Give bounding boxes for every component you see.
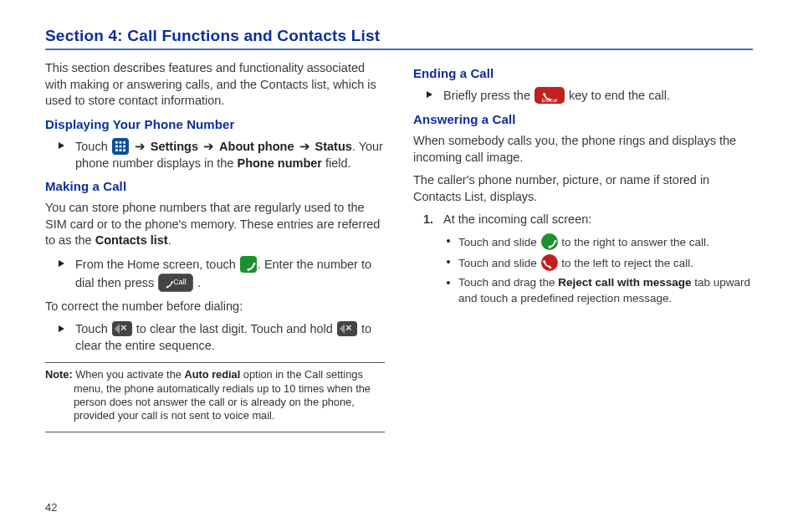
text: Touch and drag the (458, 276, 558, 289)
arrow-icon: ➔ (298, 139, 312, 156)
apps-grid-icon (112, 138, 129, 155)
answer-call-icon (541, 233, 558, 250)
call-button-label: Call (173, 274, 190, 291)
arrow-icon: ➔ (202, 139, 216, 156)
path-status: Status (315, 140, 352, 153)
end-call-label: End Call (535, 99, 565, 103)
note-label: Note: (45, 368, 73, 381)
text: Briefly press the (443, 89, 534, 102)
text: to the left to reject the call. (561, 257, 693, 269)
backspace-icon (337, 321, 357, 336)
text: to the right to answer the call. (561, 236, 708, 248)
step-number: 1. (423, 212, 433, 228)
paragraph-incoming-image: When somebody calls you, the phone rings… (413, 133, 753, 166)
text: Touch and slide (458, 257, 540, 269)
path-about-phone: About phone (219, 140, 294, 153)
text: When you activate the (73, 368, 185, 381)
reject-with-message-term: Reject call with message (558, 276, 691, 289)
right-column: Ending a Call Briefly press the End Call… (413, 60, 753, 437)
section-title: Section 4: Call Functions and Contacts L… (45, 27, 753, 45)
phone-number-field: Phone number (237, 156, 322, 170)
arrow-icon: ➔ (133, 139, 147, 156)
note-rule-bottom (45, 432, 385, 432)
step-end-call: Briefly press the End Call key to end th… (413, 87, 753, 105)
triangle-bullet-icon (59, 260, 64, 267)
bullet-answer: Touch and slide to the right to answer t… (413, 233, 753, 250)
step-clear: Touch to clear the last digit. Touch and… (45, 321, 385, 354)
text: Touch and slide (458, 236, 540, 248)
auto-redial-term: Auto redial (184, 368, 240, 381)
step-dial: From the Home screen, touch . Enter the … (45, 256, 385, 292)
phone-dialer-icon (240, 256, 257, 273)
two-column-layout: This section describes features and func… (45, 60, 753, 437)
end-call-icon: End Call (535, 87, 565, 104)
page-number: 42 (45, 501, 57, 514)
text: Touch (75, 140, 111, 153)
document-page: Section 4: Call Functions and Contacts L… (0, 0, 798, 532)
paragraph-sim: You can store phone numbers that are reg… (45, 200, 385, 249)
paragraph-caller-info: The caller's phone number, picture, or n… (413, 172, 753, 205)
contacts-list-term: Contacts list (95, 233, 168, 247)
bullet-reject: Touch and slide to the left to reject th… (413, 254, 753, 271)
triangle-bullet-icon (59, 142, 64, 149)
text: At the incoming call screen: (443, 212, 591, 226)
intro-paragraph: This section describes features and func… (45, 60, 385, 110)
heading-making-call: Making a Call (45, 178, 385, 195)
title-rule (45, 49, 753, 50)
text: to clear the last digit. Touch and hold (133, 322, 336, 335)
backspace-icon (112, 321, 132, 336)
triangle-bullet-icon (59, 325, 64, 332)
heading-display-number: Displaying Your Phone Number (45, 116, 385, 133)
bullet-dot-icon (447, 281, 450, 284)
heading-ending-call: Ending a Call (413, 65, 753, 82)
text: Touch (75, 322, 111, 335)
text: key to end the call. (569, 89, 670, 102)
text: From the Home screen, touch (75, 258, 239, 271)
step-display-number: Touch ➔ Settings ➔ About phone ➔ Status.… (45, 138, 385, 171)
reject-call-icon (541, 254, 558, 271)
numbered-step-1: 1. At the incoming call screen: (413, 212, 753, 228)
path-settings: Settings (151, 140, 198, 153)
note-rule-top (45, 362, 385, 363)
note-auto-redial: Note: When you activate the Auto redial … (45, 368, 385, 423)
bullet-reject-message: Touch and drag the Reject call with mess… (413, 275, 753, 305)
bullet-dot-icon (447, 260, 450, 263)
text: field. (322, 156, 351, 170)
paragraph-correct: To correct the number before dialing: (45, 299, 385, 315)
left-column: This section describes features and func… (45, 60, 385, 437)
call-button-icon: Call (158, 274, 193, 292)
triangle-bullet-icon (427, 91, 432, 98)
bullet-dot-icon (447, 239, 450, 243)
heading-answering-call: Answering a Call (413, 111, 753, 128)
